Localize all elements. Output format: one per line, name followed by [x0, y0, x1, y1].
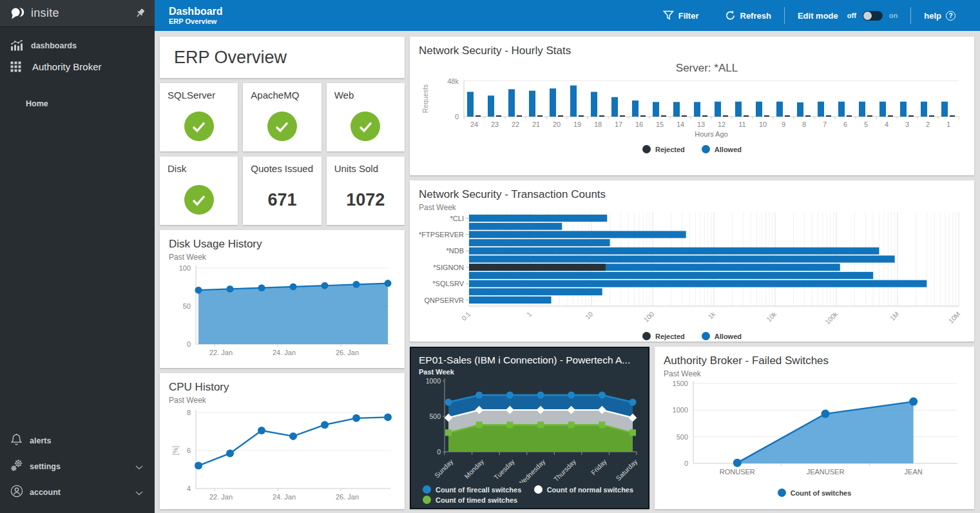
- legend-label: Allowed: [715, 146, 742, 153]
- sidebar-item-label: dashboards: [31, 41, 77, 50]
- chart-subtitle: Past Week: [419, 203, 965, 212]
- cpu-history-chart: 468[%]22. Jan24. Jan26. Jan: [169, 405, 396, 508]
- svg-text:22. Jan: 22. Jan: [209, 493, 233, 501]
- svg-text:10: 10: [584, 310, 595, 321]
- page-title: Dashboard: [169, 5, 223, 17]
- svg-text:QNPSERVR: QNPSERVR: [424, 296, 464, 304]
- svg-text:3: 3: [905, 121, 909, 128]
- legend-label: Count of normal switches: [547, 486, 633, 494]
- chart-title: Network Security - Hourly Stats: [419, 44, 965, 57]
- legend-item: Count of normal switches: [534, 485, 637, 494]
- svg-text:50: 50: [183, 302, 191, 310]
- svg-text:24. Jan: 24. Jan: [273, 493, 296, 501]
- tile-label: Disk: [168, 163, 186, 174]
- bell-icon: [10, 433, 30, 449]
- svg-text:18: 18: [594, 121, 602, 128]
- ep01-sales-card: EP01-Sales (IBM i Connection) - Powertec…: [410, 347, 649, 509]
- legend-item: Allowed: [702, 332, 742, 340]
- sidebar-item-alerts[interactable]: alerts: [0, 428, 155, 454]
- sidebar-nav: dashboards Authority Broker Home: [0, 27, 155, 113]
- sidebar-item-label: Home: [26, 99, 48, 108]
- top-bar: Dashboard ERP Overview Filter: [155, 0, 980, 31]
- divider: [784, 7, 785, 24]
- chart-server-subtitle: Server: *ALL: [448, 62, 965, 75]
- pin-icon[interactable]: [135, 8, 146, 19]
- legend-item: Count of timed switches: [423, 496, 534, 504]
- status-ok-icon: [184, 111, 214, 141]
- account-icon: [10, 485, 30, 500]
- filter-button[interactable]: Filter: [663, 10, 699, 21]
- svg-text:0: 0: [684, 460, 688, 467]
- help-button[interactable]: help ?: [924, 11, 956, 21]
- svg-text:Wednesday: Wednesday: [516, 457, 547, 483]
- svg-text:11: 11: [738, 121, 745, 128]
- sidebar-item-label: settings: [30, 462, 135, 471]
- refresh-icon: [725, 10, 736, 21]
- svg-text:*SIGNON: *SIGNON: [433, 264, 464, 271]
- legend-marker-icon: [642, 332, 651, 340]
- sidebar-item-home[interactable]: Home: [0, 94, 155, 113]
- chevron-down-icon: [135, 461, 143, 472]
- top-bar-actions: Filter Refresh Edit mode off: [650, 7, 980, 24]
- svg-text:0.1: 0.1: [460, 310, 472, 322]
- svg-text:8: 8: [802, 121, 806, 128]
- dashboard-title-card: ERP Overview: [160, 37, 405, 78]
- chart-subtitle: Past Week: [169, 253, 396, 262]
- chart-legend: Count of switches: [664, 489, 965, 497]
- svg-text:12: 12: [718, 121, 725, 128]
- tile-label: ApacheMQ: [251, 90, 299, 101]
- svg-text:24. Jan: 24. Jan: [273, 349, 296, 356]
- dashboard-title: ERP Overview: [174, 48, 287, 68]
- legend-item: Allowed: [702, 145, 742, 153]
- legend-container: RejectedAllowed: [419, 145, 965, 153]
- sidebar-header: insite: [0, 0, 155, 27]
- tile-label: Units Sold: [334, 163, 378, 174]
- svg-text:9: 9: [782, 121, 785, 128]
- svg-text:100k: 100k: [823, 309, 840, 325]
- legend-label: Count of firecall switches: [436, 486, 521, 494]
- filter-label: Filter: [678, 11, 699, 21]
- edit-mode-toggle[interactable]: [863, 11, 883, 21]
- sidebar-item-dashboards[interactable]: dashboards: [0, 35, 155, 56]
- svg-text:6: 6: [187, 447, 191, 454]
- chart-svg: 0.11101001k10k100k1M10M*CLI*FTPSERVER*ND…: [419, 212, 962, 328]
- svg-text:Requests: Requests: [421, 84, 429, 113]
- chart-legend: RejectedAllowed: [419, 145, 965, 153]
- svg-text:23: 23: [491, 121, 499, 128]
- svg-text:JEAN: JEAN: [905, 468, 923, 476]
- filter-icon: [663, 10, 674, 21]
- legend-marker-icon: [642, 145, 651, 153]
- status-tiles: SQLServer ApacheMQ Web Disk: [160, 83, 405, 225]
- legend-marker-icon: [423, 485, 431, 494]
- svg-text:Monday: Monday: [463, 457, 485, 479]
- refresh-label: Refresh: [740, 11, 771, 21]
- svg-text:20: 20: [553, 121, 561, 128]
- chart-title: CPU History: [169, 381, 396, 394]
- svg-text:0: 0: [455, 113, 459, 121]
- help-label: help: [924, 11, 941, 21]
- chart-title: EP01-Sales (IBM i Connection) - Powertec…: [419, 354, 640, 366]
- chart-subtitle: Past Week: [664, 369, 965, 378]
- transaction-counts-chart: 0.11101001k10k100k1M10M*CLI*FTPSERVER*ND…: [419, 212, 965, 328]
- left-column: ERP Overview SQLServer ApacheMQ Web: [160, 37, 405, 509]
- transaction-counts-card: Network Security - Transaction Counts Pa…: [410, 180, 974, 342]
- sidebar-item-authority-broker[interactable]: Authority Broker: [0, 56, 155, 77]
- svg-text:16: 16: [635, 121, 643, 128]
- svg-text:1: 1: [525, 310, 533, 318]
- legend-label: Allowed: [715, 333, 742, 340]
- svg-text:4: 4: [885, 121, 889, 128]
- refresh-button[interactable]: Refresh: [725, 10, 771, 21]
- svg-text:15: 15: [656, 121, 664, 128]
- svg-text:0: 0: [187, 340, 191, 348]
- chart-svg: 468[%]22. Jan24. Jan26. Jan: [169, 405, 394, 508]
- legend-marker-icon: [702, 332, 710, 340]
- legend-item: Count of switches: [778, 489, 852, 497]
- chart-subtitle: Past Week: [169, 396, 396, 405]
- on-label: on: [889, 12, 898, 19]
- sidebar-item-account[interactable]: account: [0, 479, 155, 505]
- chart-svg: 05010022. Jan24. Jan26. Jan: [169, 262, 394, 363]
- sidebar-item-settings[interactable]: settings: [0, 454, 155, 479]
- svg-text:17: 17: [615, 121, 622, 128]
- kpi-value: 1072: [346, 190, 385, 210]
- svg-text:0: 0: [437, 448, 441, 456]
